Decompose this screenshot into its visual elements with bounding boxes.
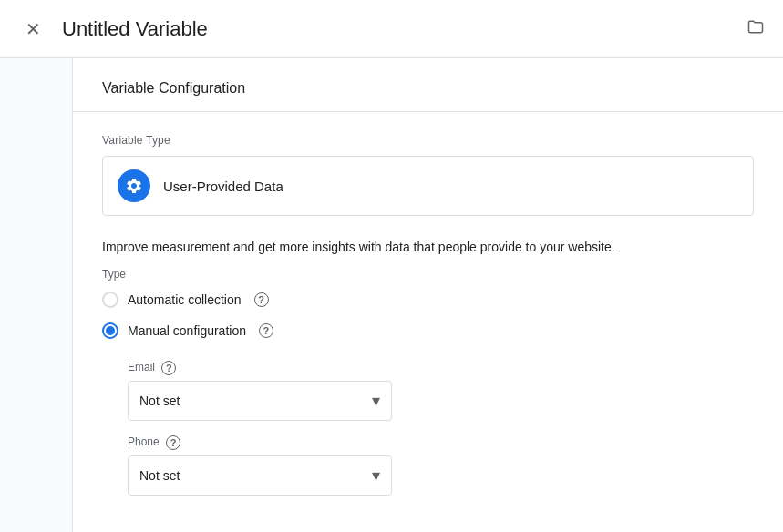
section-header: Variable Configuration [73,58,783,112]
type-sublabel: Type [102,268,754,281]
close-button[interactable]: ✕ [18,15,47,44]
variable-type-selector[interactable]: User-Provided Data [102,156,754,216]
section-title: Variable Configuration [102,80,754,97]
help-icon-automatic[interactable]: ? [254,292,269,307]
variable-type-icon [118,169,150,202]
help-icon-phone[interactable]: ? [166,435,180,450]
sub-fields: Email ? Not set ▾ Phone ? [128,361,754,496]
variable-type-name: User-Provided Data [163,179,283,194]
radio-outer-manual [102,322,118,339]
variable-type-label: Variable Type [102,134,754,147]
description-text: Improve measurement and get more insight… [102,238,754,257]
folder-icon[interactable] [747,17,765,40]
content-area: Variable Type User-Provided Data Improve… [73,112,783,517]
email-label: Email ? [128,361,754,375]
header: ✕ Untitled Variable [0,0,783,58]
main-content: Variable Configuration Variable Type Use… [73,58,783,532]
email-field-group: Email ? Not set ▾ [128,361,754,421]
radio-group: Automatic collection ? Manual configurat… [102,292,754,496]
radio-outer-automatic [102,292,118,308]
gear-icon [125,177,143,195]
phone-dropdown[interactable]: Not set ▾ [128,455,392,496]
radio-label-automatic: Automatic collection [128,292,242,307]
close-icon: ✕ [26,18,41,40]
radio-inner-manual [106,326,115,335]
radio-label-manual: Manual configuration [128,323,246,338]
page-title: Untitled Variable [62,17,732,41]
radio-manual[interactable]: Manual configuration ? [102,322,754,339]
sidebar [0,58,73,532]
help-icon-email[interactable]: ? [161,361,176,375]
layout: Variable Configuration Variable Type Use… [0,58,783,532]
phone-field-group: Phone ? Not set ▾ [128,435,754,496]
email-dropdown[interactable]: Not set ▾ [128,381,392,421]
phone-dropdown-arrow: ▾ [372,466,380,486]
help-icon-manual[interactable]: ? [259,323,273,338]
phone-dropdown-value: Not set [139,468,180,483]
radio-automatic[interactable]: Automatic collection ? [102,292,754,308]
email-dropdown-arrow: ▾ [372,391,380,411]
email-dropdown-value: Not set [139,394,180,408]
phone-label: Phone ? [128,435,754,450]
